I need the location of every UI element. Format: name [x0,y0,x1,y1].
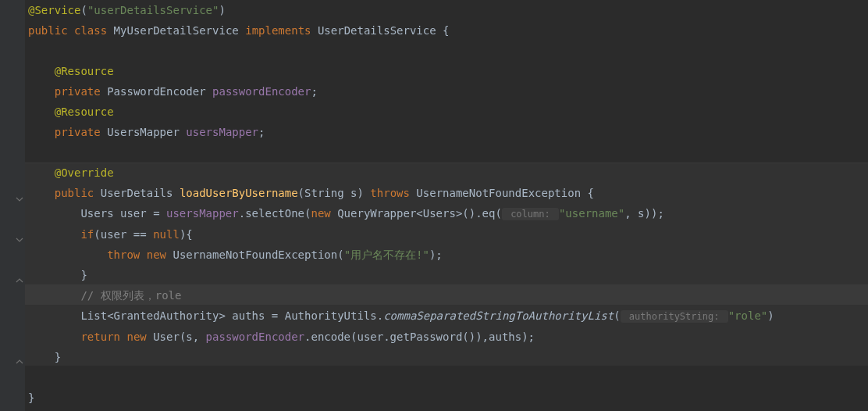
keyword: throws [370,187,410,199]
annotation: @Service [28,4,80,16]
code-editor[interactable]: @Service("userDetailsService") public cl… [25,0,868,411]
fold-icon[interactable] [16,270,23,278]
fold-icon[interactable] [16,352,23,359]
static-method: commaSeparatedStringToAuthorityList [383,309,614,322]
code-text: ) [767,309,774,322]
code-line[interactable]: @Resource [28,61,868,81]
annotation: @Override [55,166,114,179]
constructor: UsernameNotFoundException( [166,248,344,261]
code-line[interactable]: } [28,388,868,408]
keyword: if [80,228,94,241]
keyword: public [55,187,94,199]
brace: } [55,351,61,363]
keyword: class [74,24,107,37]
editor-gutter [0,0,25,411]
code-text: ); [429,248,443,261]
method-name: loadUserByUsername [180,187,298,199]
code-text: , s)); [624,207,664,220]
type: PasswordEncoder [107,85,205,98]
code-line[interactable]: private UsersMapper usersMapper; [28,122,868,142]
fold-icon[interactable] [16,230,23,238]
field: passwordEncoder [206,331,304,343]
code-line[interactable]: public UserDetails loadUserByUsername(St… [28,183,868,203]
class-name: MyUserDetailService [114,24,239,37]
comment: // 权限列表，role [80,289,181,302]
brace: } [80,269,87,281]
type: UserDetails [101,187,173,199]
code-line[interactable]: } [28,347,868,367]
keyword: new [311,207,330,220]
exception-type: UsernameNotFoundException { [416,187,594,199]
keyword: implements [245,24,311,37]
var-decl: Users user = [80,207,166,220]
brace: } [28,391,34,404]
code-text: (user == [94,228,153,241]
code-line[interactable] [28,41,868,61]
code-line[interactable] [28,367,868,388]
code-line[interactable]: return new User(s, passwordEncoder.encod… [28,327,868,347]
code-line[interactable]: private PasswordEncoder passwordEncoder; [28,81,868,102]
field: usersMapper [186,126,258,138]
code-line[interactable]: Users user = usersMapper.selectOne(new Q… [28,203,868,224]
method-call: .selectOne( [239,207,311,220]
keyword: throw [107,248,140,261]
code-text: ( [614,309,620,322]
code-line[interactable]: if(user == null){ [28,224,868,245]
keyword: public [28,24,68,37]
code-line[interactable]: @Override [28,163,868,183]
method-call: .encode(user.getPassword()),auths); [304,331,535,343]
code-line[interactable]: } [28,265,868,285]
constructor: User(s, [147,331,206,343]
constructor: QueryWrapper<Users>().eq( [331,207,502,220]
code-line[interactable]: List<GrantedAuthority> auths = Authority… [28,306,868,327]
code-line[interactable]: // 权限列表，role [28,285,868,306]
annotation: @Resource [55,105,114,118]
keyword: null [153,228,180,241]
keyword: private [55,126,101,138]
class-name: UserDetailsService { [318,24,450,37]
string-literal: "用户名不存在!" [344,248,429,261]
string-literal: "userDetailsService" [87,4,219,16]
code-line[interactable]: @Resource [28,102,868,122]
keyword: new [147,248,166,261]
param-hint: authorityString: [621,310,728,323]
annotation: @Resource [55,65,114,77]
string-literal: "username" [559,207,624,220]
keyword: new [126,331,146,343]
code-line[interactable]: public class MyUserDetailService impleme… [28,20,868,41]
code-line[interactable]: throw new UsernameNotFoundException("用户名… [28,245,868,265]
code-line[interactable]: @Service("userDetailsService") [28,0,868,20]
type: UsersMapper [107,126,180,138]
fold-icon[interactable] [16,189,23,197]
var-decl: List<GrantedAuthority> auths = Authority… [80,309,383,322]
keyword: return [80,331,120,343]
code-text: ){ [180,228,193,241]
field: passwordEncoder [212,85,311,98]
field: usersMapper [166,207,239,220]
param-hint: column: [502,208,559,220]
keyword: private [55,85,101,98]
string-literal: "role" [728,309,768,322]
params: (String s) [298,187,364,199]
code-line[interactable] [28,142,868,163]
